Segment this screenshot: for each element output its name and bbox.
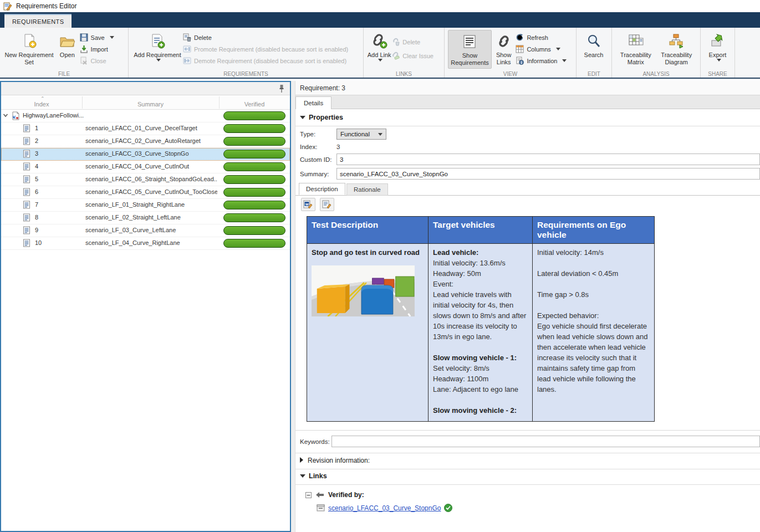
clear-issue-label: Clear Issue	[402, 53, 433, 59]
tree-row[interactable]: 4 scenario_LFACC_04_Curve_CutInOut	[1, 161, 290, 173]
tree-row[interactable]: 7 scenario_LF_01_Straight_RightLane	[1, 199, 290, 212]
window-title: Requirements Editor	[16, 2, 76, 10]
import-button[interactable]: Import	[80, 45, 125, 53]
columns-button[interactable]: Columns	[516, 45, 573, 53]
group-links-label: LINKS	[364, 71, 444, 77]
test-item-icon	[317, 504, 325, 511]
close-button[interactable]: Close	[80, 57, 125, 65]
verified-by-link[interactable]: scenario_LFACC_03_Curve_StopnGo	[328, 504, 441, 512]
keywords-label: Keywords:	[300, 438, 330, 445]
add-link-caret[interactable]	[378, 59, 382, 62]
tree-row[interactable]: 9 scenario_LF_03_Curve_LeftLane	[1, 224, 290, 237]
search-button[interactable]: Search	[580, 30, 608, 69]
summary-field[interactable]	[336, 168, 760, 180]
traceability-matrix-label: Traceability Matrix	[615, 52, 656, 66]
save-button[interactable]: Save	[80, 33, 125, 42]
requirement-icon	[23, 213, 30, 222]
show-links-icon	[496, 32, 512, 50]
desc-cell-test: Stop and go test in curved road	[307, 244, 429, 422]
information-caret[interactable]	[562, 59, 567, 62]
tree-row[interactable]: 2 scenario_LFACC_02_Curve_AutoRetarget	[1, 135, 290, 148]
show-links-label: Show Links	[492, 52, 516, 66]
tab-requirements[interactable]: REQUIREMENTS	[4, 14, 72, 28]
export-button[interactable]: Export	[704, 30, 731, 69]
edit-text-button[interactable]	[320, 198, 334, 211]
column-header-verified[interactable]: Verified	[219, 95, 290, 110]
ribbon-toolbar: New Requirement Set Open Save Import	[0, 28, 760, 79]
verified-bar	[223, 239, 285, 248]
save-label: Save	[91, 34, 105, 41]
tab-description[interactable]: Description	[299, 183, 345, 195]
traceability-diagram-button[interactable]: Traceability Diagram	[656, 30, 697, 69]
refresh-label: Refresh	[527, 34, 548, 41]
tree-row[interactable]: 5 scenario_LFACC_06_Straight_StopandGoLe…	[1, 173, 290, 186]
tree-row[interactable]: 8 scenario_LF_02_Straight_LeftLane	[1, 212, 290, 224]
group-file: New Requirement Set Open Save Import	[0, 28, 129, 78]
chevron-down-icon[interactable]	[3, 112, 8, 118]
add-link-icon	[371, 32, 387, 50]
show-requirements-button[interactable]: Show Requirements	[448, 30, 492, 69]
tree-row[interactable]: 6 scenario_LFACC_05_Curve_CutInOut_TooCl…	[1, 186, 290, 199]
properties-section-header[interactable]: Properties	[300, 114, 343, 121]
keywords-field[interactable]	[331, 436, 760, 447]
type-select-caret	[378, 133, 382, 136]
desc-table-header-test: Test Description	[307, 217, 429, 244]
add-requirement-icon	[150, 32, 165, 50]
open-button[interactable]: Open	[55, 30, 80, 69]
requirement-details-panel: Requirement: 3 Details Properties Type: …	[295, 81, 760, 532]
root-label: HighwayLaneFollowi...	[23, 112, 84, 119]
edit-in-word-button[interactable]: w	[301, 198, 315, 211]
svg-text:w: w	[305, 202, 309, 206]
custom-id-field[interactable]	[336, 154, 760, 165]
traceability-matrix-button[interactable]: Traceability Matrix	[615, 30, 656, 69]
save-icon	[80, 33, 88, 42]
revision-information-toggle[interactable]: Revision information:	[300, 457, 370, 464]
tree-row-root[interactable]: HighwayLaneFollowi...	[1, 110, 290, 122]
new-requirement-set-button[interactable]: New Requirement Set	[3, 30, 55, 69]
delete-link-button[interactable]: Delete	[391, 38, 441, 46]
add-link-button[interactable]: Add Link	[367, 30, 391, 69]
demote-requirement-button[interactable]: Demote Requirement (disabled because sor…	[183, 57, 358, 65]
link-delete-label: Delete	[402, 39, 420, 45]
panel-splitter[interactable]	[291, 81, 295, 532]
title-bar: Requirements Editor	[0, 0, 760, 12]
links-section-header[interactable]: Links	[300, 472, 327, 480]
search-icon	[586, 32, 601, 50]
column-header-index[interactable]: Index	[1, 95, 82, 110]
information-icon	[516, 57, 524, 65]
tree-row[interactable]: 1 scenario_LFACC_01_Curve_DecelTarget	[1, 122, 290, 135]
summary-label: Summary:	[300, 171, 329, 177]
columns-caret[interactable]	[556, 48, 560, 50]
show-links-button[interactable]: Show Links	[492, 30, 516, 69]
verified-by-link-row: scenario_LFACC_03_Curve_StopnGo	[317, 504, 452, 512]
save-dropdown-caret[interactable]	[110, 36, 114, 39]
demote-label: Demote Requirement (disabled because sor…	[194, 58, 346, 64]
tab-details[interactable]: Details	[295, 96, 331, 109]
desc-cell-ego: Initial velocity: 14m/s Lateral deviatio…	[533, 244, 655, 422]
verified-bar	[223, 124, 285, 133]
delete-requirement-button[interactable]: Delete	[183, 33, 358, 42]
export-caret[interactable]	[717, 59, 721, 62]
columns-icon	[516, 45, 524, 53]
pin-icon[interactable]	[279, 84, 284, 93]
clear-issue-button[interactable]: Clear Issue	[391, 52, 441, 60]
type-select[interactable]: Functional	[336, 129, 386, 140]
information-button[interactable]: Information	[516, 57, 573, 65]
add-requirement-button[interactable]: Add Requirement	[132, 30, 183, 69]
add-link-label: Add Link	[368, 52, 391, 59]
traceability-diagram-label: Traceability Diagram	[656, 52, 697, 66]
column-header-summary[interactable]: Summary	[82, 95, 219, 110]
group-edit-label: EDIT	[577, 71, 611, 77]
group-analysis: Traceability Matrix Traceability Diagram…	[612, 28, 701, 78]
description-table: Test Description Target vehicles Require…	[307, 216, 655, 422]
collapse-box-icon[interactable]	[305, 492, 312, 498]
refresh-button[interactable]: Refresh	[516, 33, 573, 42]
requirement-icon	[23, 239, 30, 247]
description-content[interactable]: Test Description Target vehicles Require…	[295, 211, 760, 431]
promote-requirement-button[interactable]: Promote Requirement (disabled because so…	[183, 45, 358, 53]
tab-rationale[interactable]: Rationale	[346, 183, 388, 196]
add-requirement-caret[interactable]	[156, 59, 161, 62]
tree-row-selected[interactable]: 3 scenario_LFACC_03_Curve_StopnGo	[1, 148, 290, 161]
tree-row[interactable]: 10 scenario_LF_04_Curve_RightLane	[1, 237, 290, 250]
scenario-image	[312, 265, 415, 316]
